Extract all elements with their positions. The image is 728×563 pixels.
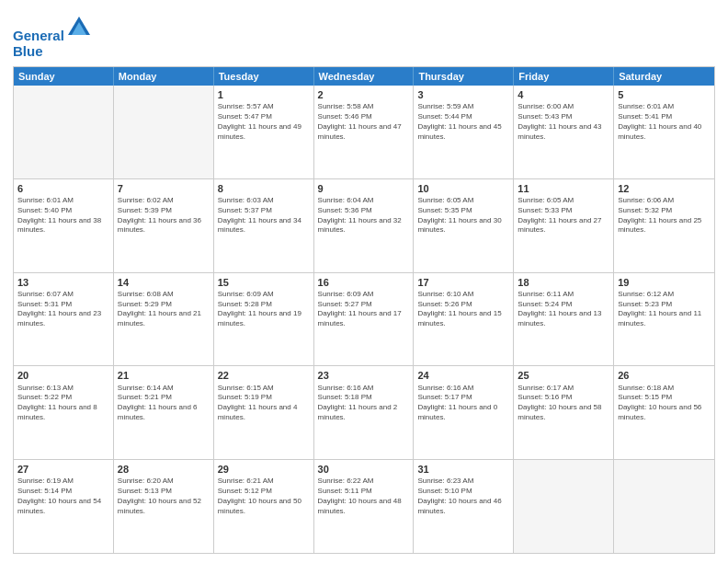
header-day-wednesday: Wednesday (314, 67, 415, 86)
day-info: Sunrise: 6:05 AM Sunset: 5:33 PM Dayligh… (518, 196, 609, 236)
header-day-monday: Monday (114, 67, 214, 86)
day-info: Sunrise: 6:16 AM Sunset: 5:18 PM Dayligh… (318, 384, 410, 423)
logo-general: General (13, 28, 64, 43)
day-number: 1 (218, 88, 310, 101)
day-info: Sunrise: 6:06 AM Sunset: 5:32 PM Dayligh… (618, 196, 711, 236)
logo-blue: Blue (13, 44, 92, 60)
day-info: Sunrise: 6:22 AM Sunset: 5:11 PM Dayligh… (318, 477, 410, 516)
calendar: SundayMondayTuesdayWednesdayThursdayFrid… (13, 66, 715, 554)
calendar-row-2: 6Sunrise: 6:01 AM Sunset: 5:40 PM Daylig… (14, 178, 714, 272)
day-number: 29 (218, 463, 310, 476)
day-info: Sunrise: 6:04 AM Sunset: 5:36 PM Dayligh… (318, 196, 410, 236)
logo-text: General (13, 15, 92, 44)
day-info: Sunrise: 6:18 AM Sunset: 5:15 PM Dayligh… (618, 384, 711, 423)
calendar-cell: 18Sunrise: 6:11 AM Sunset: 5:24 PM Dayli… (514, 273, 614, 366)
day-info: Sunrise: 6:17 AM Sunset: 5:16 PM Dayligh… (518, 384, 609, 423)
header-day-thursday: Thursday (414, 67, 514, 86)
day-number: 4 (518, 88, 609, 101)
calendar-cell: 2Sunrise: 5:58 AM Sunset: 5:46 PM Daylig… (314, 86, 415, 178)
header-day-sunday: Sunday (14, 67, 114, 86)
day-info: Sunrise: 6:16 AM Sunset: 5:17 PM Dayligh… (417, 384, 509, 423)
day-info: Sunrise: 6:02 AM Sunset: 5:39 PM Dayligh… (118, 196, 210, 236)
calendar-cell: 8Sunrise: 6:03 AM Sunset: 5:37 PM Daylig… (214, 179, 314, 272)
calendar-cell: 22Sunrise: 6:15 AM Sunset: 5:19 PM Dayli… (214, 366, 314, 459)
day-info: Sunrise: 6:13 AM Sunset: 5:22 PM Dayligh… (17, 384, 109, 423)
calendar-cell: 25Sunrise: 6:17 AM Sunset: 5:16 PM Dayli… (514, 366, 614, 459)
day-number: 24 (417, 369, 509, 382)
day-number: 28 (118, 463, 210, 476)
day-info: Sunrise: 6:14 AM Sunset: 5:21 PM Dayligh… (118, 384, 210, 423)
calendar-row-5: 27Sunrise: 6:19 AM Sunset: 5:14 PM Dayli… (14, 459, 714, 553)
day-number: 16 (318, 276, 410, 289)
calendar-cell: 3Sunrise: 5:59 AM Sunset: 5:44 PM Daylig… (414, 86, 514, 178)
day-number: 22 (218, 369, 310, 382)
day-info: Sunrise: 6:01 AM Sunset: 5:41 PM Dayligh… (618, 102, 711, 142)
calendar-cell: 9Sunrise: 6:04 AM Sunset: 5:36 PM Daylig… (314, 179, 415, 272)
day-info: Sunrise: 5:59 AM Sunset: 5:44 PM Dayligh… (417, 102, 509, 142)
day-number: 27 (17, 463, 109, 476)
day-number: 19 (618, 276, 711, 289)
day-info: Sunrise: 6:09 AM Sunset: 5:27 PM Dayligh… (318, 290, 410, 329)
day-info: Sunrise: 6:15 AM Sunset: 5:19 PM Dayligh… (218, 384, 310, 423)
calendar-cell: 19Sunrise: 6:12 AM Sunset: 5:23 PM Dayli… (614, 273, 714, 366)
header-day-tuesday: Tuesday (214, 67, 314, 86)
day-info: Sunrise: 6:20 AM Sunset: 5:13 PM Dayligh… (118, 477, 210, 516)
day-number: 6 (17, 182, 109, 195)
calendar-cell: 10Sunrise: 6:05 AM Sunset: 5:35 PM Dayli… (414, 179, 514, 272)
calendar-cell: 5Sunrise: 6:01 AM Sunset: 5:41 PM Daylig… (614, 86, 714, 178)
calendar-cell: 24Sunrise: 6:16 AM Sunset: 5:17 PM Dayli… (414, 366, 514, 459)
day-number: 17 (417, 276, 509, 289)
day-info: Sunrise: 6:12 AM Sunset: 5:23 PM Dayligh… (618, 290, 711, 329)
day-info: Sunrise: 6:19 AM Sunset: 5:14 PM Dayligh… (17, 477, 109, 516)
day-number: 8 (218, 182, 310, 195)
day-info: Sunrise: 6:21 AM Sunset: 5:12 PM Dayligh… (218, 477, 310, 516)
day-number: 11 (518, 182, 609, 195)
day-info: Sunrise: 5:58 AM Sunset: 5:46 PM Dayligh… (318, 102, 410, 142)
day-info: Sunrise: 6:01 AM Sunset: 5:40 PM Dayligh… (17, 196, 109, 236)
day-number: 25 (518, 369, 609, 382)
calendar-cell: 21Sunrise: 6:14 AM Sunset: 5:21 PM Dayli… (114, 366, 214, 459)
calendar-cell: 4Sunrise: 6:00 AM Sunset: 5:43 PM Daylig… (514, 86, 614, 178)
day-info: Sunrise: 5:57 AM Sunset: 5:47 PM Dayligh… (218, 102, 310, 142)
day-number: 23 (318, 369, 410, 382)
day-info: Sunrise: 6:10 AM Sunset: 5:26 PM Dayligh… (417, 290, 509, 329)
day-number: 5 (618, 88, 711, 101)
calendar-cell: 1Sunrise: 5:57 AM Sunset: 5:47 PM Daylig… (214, 86, 314, 178)
day-number: 15 (218, 276, 310, 289)
day-number: 13 (17, 276, 109, 289)
calendar-cell: 13Sunrise: 6:07 AM Sunset: 5:31 PM Dayli… (14, 273, 114, 366)
day-number: 9 (318, 182, 410, 195)
day-number: 3 (417, 88, 509, 101)
calendar-cell: 7Sunrise: 6:02 AM Sunset: 5:39 PM Daylig… (114, 179, 214, 272)
day-info: Sunrise: 6:03 AM Sunset: 5:37 PM Dayligh… (218, 196, 310, 236)
day-number: 14 (118, 276, 210, 289)
calendar-cell: 23Sunrise: 6:16 AM Sunset: 5:18 PM Dayli… (314, 366, 415, 459)
calendar-cell: 29Sunrise: 6:21 AM Sunset: 5:12 PM Dayli… (214, 460, 314, 553)
calendar-cell: 26Sunrise: 6:18 AM Sunset: 5:15 PM Dayli… (614, 366, 714, 459)
calendar-cell: 28Sunrise: 6:20 AM Sunset: 5:13 PM Dayli… (114, 460, 214, 553)
day-number: 2 (318, 88, 410, 101)
day-number: 12 (618, 182, 711, 195)
calendar-row-1: 1Sunrise: 5:57 AM Sunset: 5:47 PM Daylig… (14, 86, 714, 178)
calendar-row-4: 20Sunrise: 6:13 AM Sunset: 5:22 PM Dayli… (14, 365, 714, 459)
calendar-cell: 17Sunrise: 6:10 AM Sunset: 5:26 PM Dayli… (414, 273, 514, 366)
day-info: Sunrise: 6:23 AM Sunset: 5:10 PM Dayligh… (417, 477, 509, 516)
logo: General Blue (13, 15, 92, 59)
header-day-saturday: Saturday (614, 67, 714, 86)
calendar-cell: 16Sunrise: 6:09 AM Sunset: 5:27 PM Dayli… (314, 273, 415, 366)
day-number: 20 (17, 369, 109, 382)
calendar-row-3: 13Sunrise: 6:07 AM Sunset: 5:31 PM Dayli… (14, 272, 714, 366)
logo-icon (66, 15, 92, 40)
day-number: 7 (118, 182, 210, 195)
calendar-cell: 6Sunrise: 6:01 AM Sunset: 5:40 PM Daylig… (14, 179, 114, 272)
calendar-cell: 12Sunrise: 6:06 AM Sunset: 5:32 PM Dayli… (614, 179, 714, 272)
calendar-cell: 20Sunrise: 6:13 AM Sunset: 5:22 PM Dayli… (14, 366, 114, 459)
calendar-body: 1Sunrise: 5:57 AM Sunset: 5:47 PM Daylig… (14, 86, 714, 553)
calendar-cell: 27Sunrise: 6:19 AM Sunset: 5:14 PM Dayli… (14, 460, 114, 553)
page: General Blue SundayMondayTuesdayWednesda… (0, 0, 728, 563)
calendar-cell (114, 86, 214, 178)
day-number: 31 (417, 463, 509, 476)
header-day-friday: Friday (514, 67, 614, 86)
day-number: 21 (118, 369, 210, 382)
calendar-cell: 11Sunrise: 6:05 AM Sunset: 5:33 PM Dayli… (514, 179, 614, 272)
